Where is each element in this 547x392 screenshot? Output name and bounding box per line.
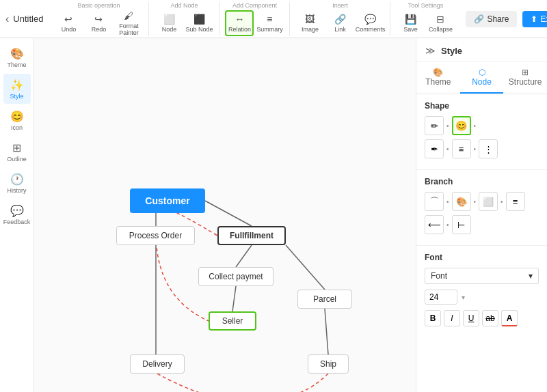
panel-tabs: 🎨 Theme ⬡ Node ⊞ Structure xyxy=(416,62,547,94)
branch-section: Branch ⌒ • 🎨 • ⬜ • ≡ ⟵ • ⊢ xyxy=(416,170,547,245)
shape-dot-sep: • xyxy=(446,122,449,130)
outline-lines-btn[interactable]: ≡ xyxy=(452,139,471,158)
font-size-input[interactable] xyxy=(425,290,457,305)
tab-structure[interactable]: ⊞ Structure xyxy=(503,62,547,94)
sidebar-item-outline[interactable]: ⊞ Outline xyxy=(3,137,31,167)
font-size-row: ▾ xyxy=(425,290,539,305)
branch-title: Branch xyxy=(425,177,539,186)
comments-icon: 💬 xyxy=(364,14,376,25)
svg-line-1 xyxy=(205,201,252,226)
redo-button[interactable]: ↪ Redo xyxy=(84,10,113,36)
app-logo: ‹ Untitled xyxy=(5,13,43,25)
share-button[interactable]: 🔗 Share xyxy=(466,11,517,27)
save-icon: 💾 xyxy=(405,14,416,25)
collapse-button[interactable]: ⊟ Collapse xyxy=(426,10,455,36)
main-area: 🎨 Theme ✨ Style 😊 Icon ⊞ Outline 🕐 Histo… xyxy=(0,38,547,392)
svg-line-5 xyxy=(232,286,236,311)
summary-icon: ≡ xyxy=(267,14,272,25)
node-customer[interactable]: Customer xyxy=(130,188,205,213)
tab-theme[interactable]: 🎨 Theme xyxy=(416,62,460,94)
shape-pencil-btn[interactable]: ✏ xyxy=(425,116,444,135)
undo-icon: ↩ xyxy=(64,14,72,25)
outline-lines2-btn[interactable]: ⋮ xyxy=(479,139,498,158)
undo-button[interactable]: ↩ Undo xyxy=(54,10,83,36)
branch-btn-3[interactable]: ⬜ xyxy=(479,192,498,211)
save-button[interactable]: 💾 Save xyxy=(396,10,425,36)
branch-btn-6[interactable]: ⊢ xyxy=(452,215,471,234)
add-node-section: Add Node ⬜ Node ⬛ Sub Node xyxy=(155,2,219,36)
share-icon: 🔗 xyxy=(474,14,484,24)
history-icon: 🕐 xyxy=(10,173,24,186)
style-icon: ✨ xyxy=(10,79,24,92)
shape-row-1: ✏ • 😊 • xyxy=(425,116,539,135)
sidebar-item-history[interactable]: 🕐 History xyxy=(3,168,31,198)
svg-line-4 xyxy=(325,309,328,354)
italic-button[interactable]: I xyxy=(444,310,460,326)
panel-title: Style xyxy=(441,46,462,56)
branch-btn-4[interactable]: ≡ xyxy=(506,192,525,211)
node-button[interactable]: ⬜ Node xyxy=(155,10,183,36)
sub-node-button[interactable]: ⬛ Sub Node xyxy=(185,10,213,36)
relation-button[interactable]: ↔ Relation xyxy=(225,10,254,36)
branch-row-2: ⟵ • ⊢ xyxy=(425,215,539,234)
shape-face-btn[interactable]: 😊 xyxy=(452,116,471,135)
outline-sep2: • xyxy=(474,145,477,153)
svg-line-2 xyxy=(236,245,252,267)
shape-title: Shape xyxy=(425,101,539,111)
node-parcel[interactable]: Parcel xyxy=(297,290,352,309)
panel-expand-button[interactable]: ≫ xyxy=(422,42,438,59)
sidebar-item-icon[interactable]: 😊 Icon xyxy=(3,105,31,135)
shape-dot-sep2: • xyxy=(474,122,477,130)
link-button[interactable]: 🔗 Link xyxy=(325,10,354,36)
node-ship[interactable]: Ship xyxy=(308,354,349,374)
collapse-icon: ⊟ xyxy=(436,14,444,25)
node-collect-payment[interactable]: Collect paymet xyxy=(198,267,274,286)
sidebar-item-theme[interactable]: 🎨 Theme xyxy=(3,42,31,72)
font-style-row: B I U ab A xyxy=(425,310,539,326)
image-button[interactable]: 🖼 Image xyxy=(295,10,324,36)
add-component-section: Add Component ↔ Relation ≡ Summary xyxy=(225,2,290,36)
node-process-order[interactable]: Process Order xyxy=(116,226,195,245)
branch-btn-2[interactable]: 🎨 xyxy=(452,192,471,211)
node-fulfillment[interactable]: Fullfillment xyxy=(217,226,286,245)
relation-icon: ↔ xyxy=(235,14,244,25)
font-title: Font xyxy=(425,253,539,262)
font-color-button[interactable]: A xyxy=(501,310,518,326)
svg-line-3 xyxy=(286,245,325,290)
sidebar-item-style[interactable]: ✨ Style xyxy=(3,74,31,104)
branch-sep1: • xyxy=(446,198,449,206)
branch-sep2: • xyxy=(474,198,477,206)
right-panel: ≫ Style 🎨 Theme ⬡ Node ⊞ Structure Shape… xyxy=(416,38,547,392)
font-name-select[interactable]: Font ▾ xyxy=(425,268,539,284)
outline-pen-btn[interactable]: ✒ xyxy=(425,139,444,158)
app-title: Untitled xyxy=(13,14,43,24)
summary-button[interactable]: ≡ Summary xyxy=(255,10,284,36)
font-size-chevron: ▾ xyxy=(462,294,465,301)
toolbar: ‹ Untitled Basic operation ↩ Undo ↪ Redo… xyxy=(0,0,547,38)
node-tab-icon: ⬡ xyxy=(463,68,501,77)
shape-row-2: ✒ • ≡ • ⋮ xyxy=(425,139,539,158)
format-painter-button[interactable]: 🖌 Format Painter xyxy=(114,10,143,36)
redo-icon: ↪ xyxy=(94,14,103,25)
connection-lines xyxy=(34,38,416,392)
sidebar-item-feedback[interactable]: 💬 Feedback xyxy=(3,199,31,229)
bold-button[interactable]: B xyxy=(425,310,441,326)
font-select-chevron: ▾ xyxy=(529,271,533,281)
theme-tab-icon: 🎨 xyxy=(419,68,457,77)
branch-btn-5[interactable]: ⟵ xyxy=(425,215,444,234)
strikethrough-button[interactable]: ab xyxy=(482,310,498,326)
tab-node[interactable]: ⬡ Node xyxy=(460,62,504,94)
basic-operation-section: Basic operation ↩ Undo ↪ Redo 🖌 Format P… xyxy=(54,2,149,36)
underline-button[interactable]: U xyxy=(463,310,479,326)
node-icon: ⬜ xyxy=(163,14,175,25)
comments-button[interactable]: 💬 Comments xyxy=(356,10,384,36)
branch-sep4: • xyxy=(446,221,449,229)
node-seller[interactable]: Seller xyxy=(209,311,256,331)
export-button[interactable]: ⬆ Export xyxy=(522,11,547,27)
back-button[interactable]: ‹ xyxy=(5,13,9,25)
branch-btn-1[interactable]: ⌒ xyxy=(425,192,444,211)
canvas[interactable]: Customer Process Order Fullfillment Coll… xyxy=(34,38,416,392)
tool-settings-section: Tool Settings 💾 Save ⊟ Collapse xyxy=(396,2,460,36)
icon-icon: 😊 xyxy=(10,110,24,123)
node-delivery[interactable]: Delivery xyxy=(130,354,185,374)
